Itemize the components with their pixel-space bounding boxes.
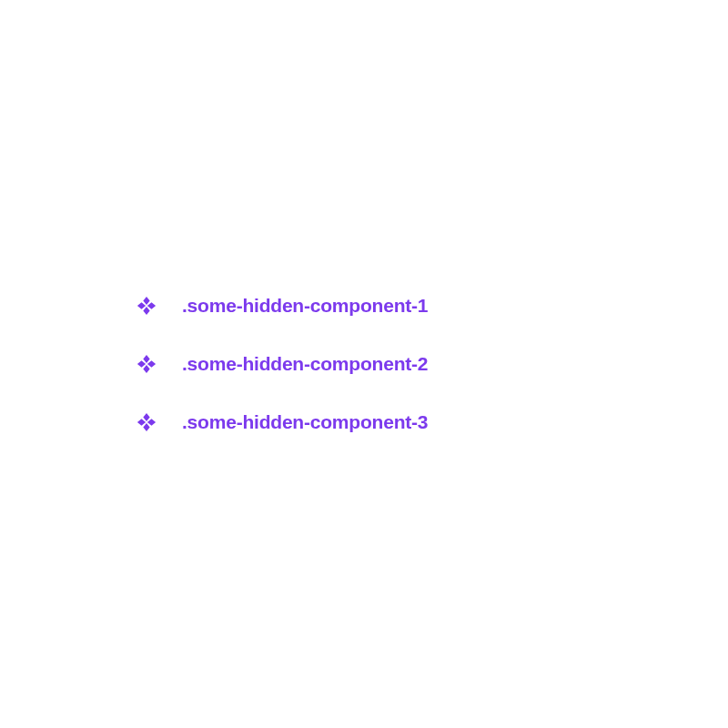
four-diamond-icon xyxy=(136,354,157,374)
four-diamond-icon xyxy=(136,296,157,316)
component-item[interactable]: .some-hidden-component-2 xyxy=(136,353,728,375)
component-label: .some-hidden-component-1 xyxy=(182,295,428,317)
component-label: .some-hidden-component-3 xyxy=(182,411,428,433)
component-label: .some-hidden-component-2 xyxy=(182,353,428,375)
component-item[interactable]: .some-hidden-component-1 xyxy=(136,295,728,317)
four-diamond-icon xyxy=(136,412,157,432)
component-list: .some-hidden-component-1 .some-hidden-co… xyxy=(136,295,728,433)
component-item[interactable]: .some-hidden-component-3 xyxy=(136,411,728,433)
